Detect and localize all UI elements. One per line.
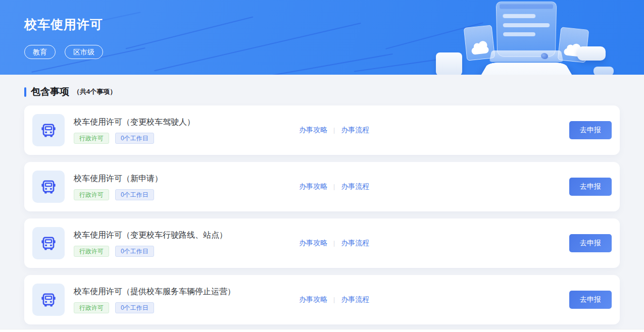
bus-icon bbox=[40, 178, 57, 195]
illustration-form-row bbox=[503, 14, 535, 18]
service-card: 校车使用许可（新申请） 行政许可 0个工作日 办事攻略 | 办事流程 去申报 bbox=[24, 162, 620, 211]
apply-button[interactable]: 去申报 bbox=[569, 121, 612, 139]
link-separator: | bbox=[333, 296, 335, 303]
bus-icon-tile bbox=[32, 114, 65, 146]
tag-permit-type: 行政许可 bbox=[74, 246, 109, 257]
bus-icon-tile bbox=[32, 227, 65, 259]
apply-button[interactable]: 去申报 bbox=[569, 178, 612, 196]
tag-group: 行政许可 0个工作日 bbox=[74, 246, 299, 257]
link-separator: | bbox=[333, 240, 335, 247]
illustration-form-row bbox=[503, 32, 535, 36]
illustration-cube bbox=[577, 46, 606, 61]
illustration-screen-header bbox=[500, 4, 553, 9]
illustration-knob bbox=[541, 53, 549, 59]
card-title: 校车使用许可（提供校车服务车辆停止运营） bbox=[74, 287, 299, 297]
apply-button[interactable]: 去申报 bbox=[569, 234, 612, 252]
page-title: 校车使用许可 bbox=[24, 16, 103, 33]
guide-link[interactable]: 办事攻略 bbox=[299, 295, 327, 304]
illustration-console bbox=[489, 50, 564, 62]
tag-permit-type: 行政许可 bbox=[74, 189, 109, 200]
banner-decor-line bbox=[126, 17, 254, 49]
tag-working-days: 0个工作日 bbox=[115, 302, 154, 313]
tag-group: 行政许可 0个工作日 bbox=[74, 302, 299, 313]
tag-working-days: 0个工作日 bbox=[115, 189, 154, 200]
tag-permit-type: 行政许可 bbox=[74, 302, 109, 313]
bus-icon-tile bbox=[32, 171, 65, 203]
badge-level: 区市级 bbox=[65, 45, 103, 59]
hero-banner: 校车使用许可 教育 区市级 bbox=[0, 0, 644, 75]
card-links: 办事攻略 | 办事流程 bbox=[299, 182, 369, 191]
banner-decor-line bbox=[354, 58, 444, 72]
tag-working-days: 0个工作日 bbox=[115, 246, 154, 257]
tag-group: 行政许可 0个工作日 bbox=[74, 133, 299, 144]
illustration-cube bbox=[593, 67, 614, 75]
card-links: 办事攻略 | 办事流程 bbox=[299, 126, 369, 135]
guide-link[interactable]: 办事攻略 bbox=[299, 126, 327, 135]
tag-working-days: 0个工作日 bbox=[115, 133, 154, 144]
guide-link[interactable]: 办事攻略 bbox=[299, 239, 327, 248]
illustration-form-row bbox=[503, 23, 550, 27]
process-link[interactable]: 办事流程 bbox=[341, 182, 369, 191]
card-info: 校车使用许可（新申请） 行政许可 0个工作日 bbox=[74, 174, 299, 200]
guide-link[interactable]: 办事攻略 bbox=[299, 182, 327, 191]
process-link[interactable]: 办事流程 bbox=[341, 239, 369, 248]
card-info: 校车使用许可（变更校车驾驶人） 行政许可 0个工作日 bbox=[74, 117, 299, 144]
tag-permit-type: 行政许可 bbox=[74, 133, 109, 144]
included-items-section: 包含事项 （共4个事项） 校车使用许可（变更校车驾驶人） 行 bbox=[0, 85, 644, 324]
bus-icon bbox=[40, 291, 57, 308]
apply-button[interactable]: 去申报 bbox=[569, 291, 612, 309]
service-card: 校车使用许可（变更校车驾驶人） 行政许可 0个工作日 办事攻略 | 办事流程 去… bbox=[24, 105, 620, 155]
banner-decor-line bbox=[243, 53, 393, 75]
tag-group: 行政许可 0个工作日 bbox=[74, 189, 299, 200]
process-link[interactable]: 办事流程 bbox=[341, 126, 369, 135]
process-link[interactable]: 办事流程 bbox=[341, 295, 369, 304]
service-card: 校车使用许可（提供校车服务车辆停止运营） 行政许可 0个工作日 办事攻略 | 办… bbox=[24, 275, 620, 324]
footer-strip bbox=[0, 329, 644, 332]
section-count: （共4个事项） bbox=[73, 87, 116, 96]
card-links: 办事攻略 | 办事流程 bbox=[299, 295, 369, 304]
illustration-cube bbox=[436, 52, 462, 75]
hero-illustration bbox=[442, 0, 609, 75]
bus-icon bbox=[40, 122, 57, 139]
badge-group: 教育 区市级 bbox=[24, 45, 103, 59]
section-accent-bar bbox=[24, 87, 26, 97]
card-title: 校车使用许可（新申请） bbox=[74, 174, 299, 184]
section-title: 包含事项 bbox=[31, 85, 69, 98]
card-title: 校车使用许可（变更校车行驶路线、站点） bbox=[74, 230, 299, 241]
section-header: 包含事项 （共4个事项） bbox=[24, 85, 620, 98]
link-separator: | bbox=[333, 127, 335, 134]
link-separator: | bbox=[333, 183, 335, 190]
card-links: 办事攻略 | 办事流程 bbox=[299, 239, 369, 248]
service-card: 校车使用许可（变更校车行驶路线、站点） 行政许可 0个工作日 办事攻略 | 办事… bbox=[24, 218, 620, 268]
cloud-icon bbox=[471, 46, 489, 54]
card-info: 校车使用许可（变更校车行驶路线、站点） 行政许可 0个工作日 bbox=[74, 230, 299, 257]
illustration-platform bbox=[467, 63, 586, 75]
card-info: 校车使用许可（提供校车服务车辆停止运营） 行政许可 0个工作日 bbox=[74, 287, 299, 313]
illustration-form-screen bbox=[496, 2, 557, 57]
badge-category: 教育 bbox=[24, 45, 56, 59]
card-title: 校车使用许可（变更校车驾驶人） bbox=[74, 117, 299, 128]
bus-icon-tile bbox=[32, 284, 65, 316]
bus-icon bbox=[40, 235, 57, 252]
